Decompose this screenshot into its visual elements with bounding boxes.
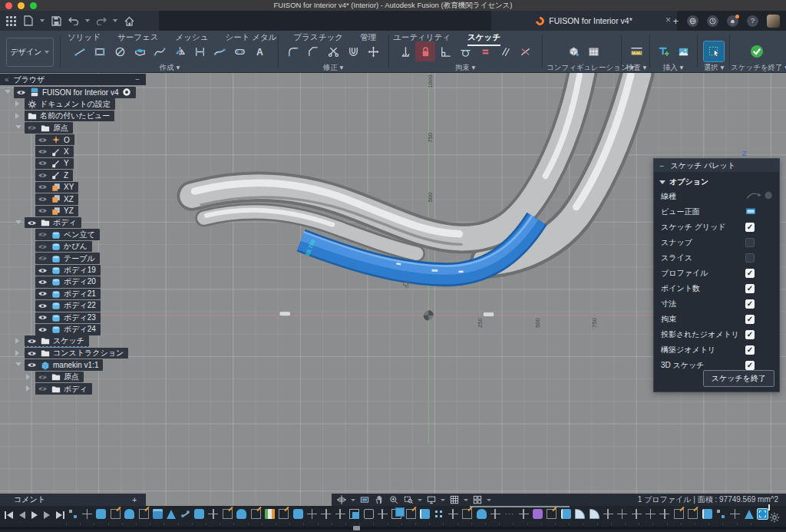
document-tab[interactable]: FUISON for Interior v4* × [491,11,677,31]
palette-check-on[interactable]: ✓ [745,223,755,232]
browser-item-ペン立て[interactable]: ペン立て [35,229,100,240]
visibility-eye-icon[interactable] [38,301,48,311]
palette-check-on[interactable]: ✓ [745,330,755,339]
timeline-feature-move[interactable] [307,509,317,519]
browser-item-ボディ23[interactable]: ボディ23 [35,312,101,324]
browser-item-XY[interactable]: XY [35,182,78,193]
visibility-eye-icon[interactable] [38,384,48,394]
timeline-feature-move[interactable] [448,509,458,519]
nav-orbit-icon[interactable] [336,494,347,505]
timeline-feature-mirror[interactable] [167,510,176,519]
job-status-icon[interactable] [707,15,718,27]
chevron-down-icon[interactable] [15,220,21,224]
timeline-feature-move[interactable] [335,509,345,519]
chevron-right-icon[interactable] [15,113,19,119]
browser-collapse-icon[interactable]: « [0,75,14,84]
step-back-button[interactable] [19,511,25,519]
visibility-eye-icon[interactable] [38,206,48,216]
timeline-feature-book[interactable] [702,509,712,519]
browser-item-XZ[interactable]: XZ [35,193,78,205]
extensions-icon[interactable] [687,15,698,27]
visibility-eye-icon[interactable] [16,88,26,97]
timeline-feature-solid[interactable] [96,509,106,519]
timeline-feature-book[interactable] [561,509,571,519]
undo-icon[interactable] [68,15,80,27]
timeline-feature-move[interactable] [490,509,500,519]
browser-item-O[interactable]: O [35,134,74,146]
timeline-feature-ellipsis[interactable]: ··· [504,509,514,519]
save-icon[interactable] [50,15,62,27]
timeline-feature-active[interactable] [758,509,768,519]
finish-sketch-button[interactable]: スケッチを終了 [703,370,774,387]
browser-item-ボディ19[interactable]: ボディ19 [35,265,101,276]
notifications-bell-icon[interactable] [727,15,738,27]
redo-dropdown[interactable] [113,19,117,22]
undo-dropdown[interactable] [85,19,90,22]
active-component-radio[interactable] [121,88,131,97]
modify-group-label[interactable]: 修正 ▾ [281,63,385,73]
checkbox-checked[interactable]: ✓ [745,299,755,309]
timeline-feature-solid[interactable] [293,509,303,519]
timeline-feature-fillet[interactable] [575,509,585,519]
browser-item-ボディ22[interactable]: ボディ22 [35,300,101,312]
browser-item-Z[interactable]: Z [35,170,73,181]
visibility-eye-icon[interactable] [38,194,48,204]
checkbox-checked[interactable]: ✓ [745,223,755,232]
browser-item-ドキュメントの設定[interactable]: ドキュメントの設定 [25,98,115,110]
timeline-feature-move[interactable] [603,509,613,519]
sketch-palette-header[interactable]: − スケッチ パレット [654,159,779,172]
add-comment-icon[interactable]: + [132,496,146,504]
create-group-label[interactable]: 作成 ▾ [61,63,278,73]
checkbox-unchecked[interactable] [745,253,755,263]
view-front-icon[interactable] [745,205,756,219]
step-forward-button[interactable] [44,511,50,519]
measure-tool[interactable] [626,41,646,61]
select-group-label[interactable]: 選択 ▾ [698,63,729,73]
equal-tool[interactable] [475,41,495,61]
trim-tool[interactable] [323,41,343,61]
browser-item-かびん[interactable]: かびん [35,241,92,253]
play-button[interactable] [31,511,38,519]
chamfer-tool[interactable] [303,41,323,61]
palette-viewfront[interactable] [745,205,756,219]
insert-group-label[interactable]: 挿入 ▾ [651,63,695,73]
config-table-tool[interactable] [583,41,603,61]
timeline-feature-move[interactable] [632,509,642,519]
point-spline-tool[interactable] [210,41,230,61]
browser-item-スケッチ[interactable]: スケッチ [25,335,89,347]
timeline-feature-move[interactable] [617,509,627,519]
browser-item-原点[interactable]: 原点 [25,122,73,134]
chevron-right-icon[interactable] [15,101,19,107]
chevron-down-icon[interactable] [15,125,21,129]
intersect-tool[interactable] [515,41,535,61]
insert-image-tool[interactable] [673,41,693,61]
timeline-feature-box[interactable] [153,509,163,519]
dropdown-caret[interactable] [441,499,445,501]
dropdown-caret[interactable] [351,499,355,501]
parallel-tool[interactable] [495,41,515,61]
checkbox-checked[interactable]: ✓ [745,345,755,355]
visibility-eye-icon[interactable] [38,182,48,192]
fillet-tool[interactable] [283,41,303,61]
app-grid-icon[interactable] [5,15,17,27]
close-tab-icon[interactable]: × [665,15,671,26]
palette-check-on[interactable]: ✓ [745,269,755,278]
timeline-track[interactable] [0,527,786,530]
timeline-feature-joint[interactable] [180,509,190,519]
chevron-right-icon[interactable] [15,350,19,356]
chevron-right-icon[interactable] [26,385,30,392]
nav-viewports-icon[interactable] [472,494,483,505]
timeline-feature-mirror[interactable] [745,510,754,519]
dropdown-caret[interactable] [487,499,491,501]
timeline-feature-move[interactable] [519,509,529,519]
browser-header[interactable]: « ブラウザ − [0,74,146,85]
patch-tool[interactable] [130,41,150,61]
browser-item-X[interactable]: X [35,146,74,157]
timeline-feature-move[interactable] [82,509,92,519]
fix-tool[interactable] [395,41,415,61]
visibility-eye-icon[interactable] [38,289,48,299]
browser-item-名前の付いたビュー[interactable]: 名前の付いたビュー [25,111,114,122]
timeline-feature-move[interactable] [321,509,331,519]
configure-group-label[interactable]: コンフィギュレーション ▾ [547,63,620,73]
browser-item-FUISON for Interior v4[interactable]: FUISON for Interior v4 [14,87,136,98]
